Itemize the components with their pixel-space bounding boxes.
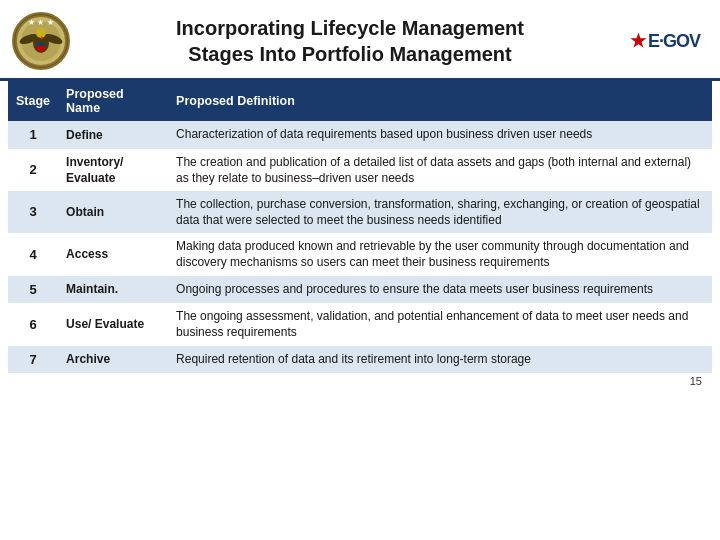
lifecycle-table: Stage Proposed Name Proposed Definition … bbox=[8, 81, 712, 373]
cell-proposed-name: Use/ Evaluate bbox=[58, 303, 168, 345]
table-row: 2Inventory/ EvaluateThe creation and pub… bbox=[8, 149, 712, 191]
header: ★ ★ ★ Incorporating Lifecycle Management… bbox=[0, 0, 720, 81]
table-row: 7ArchiveRequired retention of data and i… bbox=[8, 346, 712, 374]
cell-stage: 3 bbox=[8, 191, 58, 233]
col-stage: Stage bbox=[8, 81, 58, 121]
cell-proposed-name: Access bbox=[58, 233, 168, 275]
header-title: Incorporating Lifecycle Management Stage… bbox=[82, 15, 618, 67]
cell-proposed-name: Define bbox=[58, 121, 168, 149]
cell-stage: 6 bbox=[8, 303, 58, 345]
page: ★ ★ ★ Incorporating Lifecycle Management… bbox=[0, 0, 720, 540]
table-row: 3ObtainThe collection, purchase conversi… bbox=[8, 191, 712, 233]
title-line2: Stages Into Portfolio Management bbox=[188, 43, 511, 65]
col-definition: Proposed Definition bbox=[168, 81, 712, 121]
cell-definition: The collection, purchase conversion, tra… bbox=[168, 191, 712, 233]
cell-stage: 1 bbox=[8, 121, 58, 149]
table-row: 1DefineCharacterization of data requirem… bbox=[8, 121, 712, 149]
egov-text: E·GOV bbox=[648, 31, 700, 52]
cell-proposed-name: Inventory/ Evaluate bbox=[58, 149, 168, 191]
svg-rect-8 bbox=[37, 43, 45, 46]
page-number: 15 bbox=[8, 373, 712, 389]
cell-definition: Ongoing processes and procedures to ensu… bbox=[168, 276, 712, 304]
table-container: Stage Proposed Name Proposed Definition … bbox=[0, 81, 720, 540]
cell-stage: 4 bbox=[8, 233, 58, 275]
table-header-row: Stage Proposed Name Proposed Definition bbox=[8, 81, 712, 121]
cell-proposed-name: Obtain bbox=[58, 191, 168, 233]
cell-proposed-name: Maintain. bbox=[58, 276, 168, 304]
egov-logo: ★ E·GOV bbox=[630, 30, 700, 52]
egov-star-icon: ★ bbox=[630, 30, 646, 52]
seal-logo: ★ ★ ★ bbox=[12, 12, 70, 70]
cell-stage: 2 bbox=[8, 149, 58, 191]
cell-stage: 7 bbox=[8, 346, 58, 374]
cell-proposed-name: Archive bbox=[58, 346, 168, 374]
cell-definition: The creation and publication of a detail… bbox=[168, 149, 712, 191]
title-line1: Incorporating Lifecycle Management bbox=[176, 17, 524, 39]
table-row: 5Maintain.Ongoing processes and procedur… bbox=[8, 276, 712, 304]
table-row: 6Use/ EvaluateThe ongoing assessment, va… bbox=[8, 303, 712, 345]
cell-definition: Characterization of data requirements ba… bbox=[168, 121, 712, 149]
svg-text:★ ★ ★: ★ ★ ★ bbox=[28, 18, 53, 27]
cell-definition: The ongoing assessment, validation, and … bbox=[168, 303, 712, 345]
table-row: 4AccessMaking data produced known and re… bbox=[8, 233, 712, 275]
cell-definition: Required retention of data and its retir… bbox=[168, 346, 712, 374]
cell-definition: Making data produced known and retrievab… bbox=[168, 233, 712, 275]
col-name: Proposed Name bbox=[58, 81, 168, 121]
cell-stage: 5 bbox=[8, 276, 58, 304]
